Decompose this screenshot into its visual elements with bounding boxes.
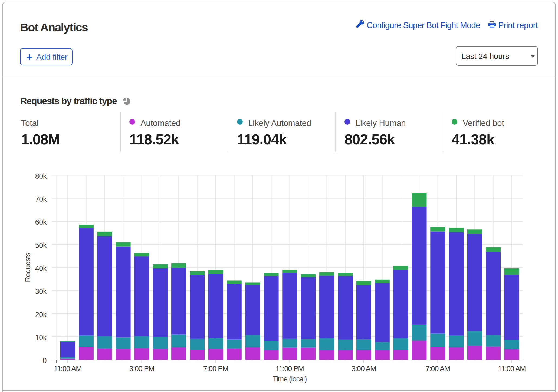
svg-text:20k: 20k (35, 311, 47, 319)
svg-text:11:00 PM: 11:00 PM (276, 365, 304, 373)
svg-text:60k: 60k (35, 218, 47, 226)
svg-text:40k: 40k (35, 264, 47, 273)
svg-text:30k: 30k (35, 287, 47, 295)
svg-text:10k: 10k (35, 334, 47, 342)
svg-text:11:00 AM: 11:00 AM (498, 365, 526, 373)
svg-text:7:00 PM: 7:00 PM (203, 365, 228, 373)
svg-text:11:00 AM: 11:00 AM (54, 365, 81, 373)
svg-text:80k: 80k (35, 172, 47, 180)
svg-text:3:00 PM: 3:00 PM (129, 365, 154, 373)
svg-text:3:00 AM: 3:00 AM (352, 365, 376, 373)
svg-text:0: 0 (42, 357, 47, 365)
svg-text:70k: 70k (35, 195, 47, 203)
svg-text:Time (local): Time (local) (273, 375, 307, 383)
svg-text:7:00 AM: 7:00 AM (425, 365, 450, 373)
svg-text:50k: 50k (35, 241, 47, 250)
svg-text:Requests: Requests (24, 253, 32, 282)
